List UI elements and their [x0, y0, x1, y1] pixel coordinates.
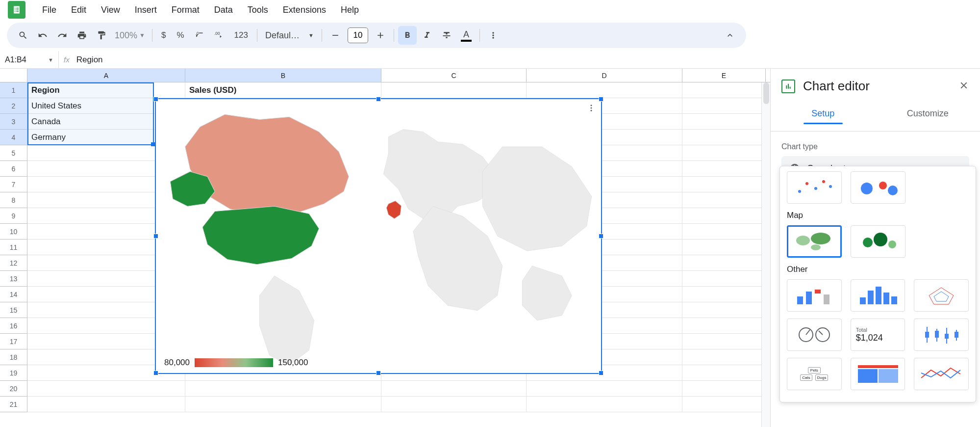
row-20-header[interactable]: 20 — [0, 381, 27, 397]
menu-file[interactable]: File — [35, 2, 63, 18]
cell-E14[interactable] — [682, 287, 766, 302]
row-8-header[interactable]: 8 — [0, 192, 27, 208]
increase-fontsize-button[interactable] — [371, 26, 390, 45]
chart-thumb-gauge[interactable] — [787, 319, 842, 351]
chart-thumb-candlestick[interactable] — [914, 319, 969, 351]
row-14-header[interactable]: 14 — [0, 287, 27, 302]
font-family-select[interactable]: Defaul…▼ — [261, 30, 318, 41]
cell-E13[interactable] — [682, 271, 766, 287]
chart-thumb-scorecard[interactable]: Total$1,024 — [851, 319, 905, 351]
cell-C20[interactable] — [381, 381, 527, 397]
bold-button[interactable] — [398, 26, 417, 45]
cell-A1[interactable]: Region — [27, 82, 185, 98]
sheets-app-icon[interactable] — [8, 1, 25, 19]
cell-E20[interactable] — [682, 381, 766, 397]
menu-data[interactable]: Data — [207, 2, 240, 18]
chart-thumb-sparkline[interactable] — [914, 358, 969, 390]
cell-D1[interactable] — [527, 82, 682, 98]
menu-insert[interactable]: Insert — [128, 2, 164, 18]
decrease-decimal-button[interactable]: .0 — [190, 26, 209, 45]
row-1-header[interactable]: 1 — [0, 82, 27, 98]
chart-thumb-orgchart[interactable]: PetsCatsDogs — [787, 358, 842, 390]
cell-E8[interactable] — [682, 192, 766, 208]
cell-E4[interactable] — [682, 130, 766, 145]
number-format-button[interactable]: 123 — [229, 26, 253, 45]
cell-E2[interactable] — [682, 98, 766, 114]
cell-E6[interactable] — [682, 161, 766, 177]
row-16-header[interactable]: 16 — [0, 318, 27, 334]
cell-E11[interactable] — [682, 240, 766, 255]
formula-input[interactable]: Region — [75, 55, 103, 65]
row-2-header[interactable]: 2 — [0, 98, 27, 114]
cell-C1[interactable] — [381, 82, 527, 98]
cell-A20[interactable] — [27, 381, 185, 397]
fontsize-input[interactable] — [348, 27, 368, 43]
menu-format[interactable]: Format — [165, 2, 206, 18]
col-D[interactable]: D — [527, 69, 682, 82]
row-15-header[interactable]: 15 — [0, 302, 27, 318]
row-7-header[interactable]: 7 — [0, 177, 27, 192]
row-11-header[interactable]: 11 — [0, 240, 27, 255]
text-color-button[interactable]: A — [457, 26, 476, 45]
menu-edit[interactable]: Edit — [64, 2, 93, 18]
spreadsheet-area[interactable]: A B C D E 1 Region Sales (USD) 2 United … — [0, 69, 770, 427]
row-6-header[interactable]: 6 — [0, 161, 27, 177]
tab-customize[interactable]: Customize — [876, 102, 980, 131]
chart-menu-button[interactable] — [587, 104, 596, 114]
row-12-header[interactable]: 12 — [0, 255, 27, 271]
cell-E21[interactable] — [682, 397, 766, 412]
chart-thumb-bubble[interactable] — [851, 171, 905, 204]
col-E[interactable]: E — [682, 69, 766, 82]
col-A[interactable]: A — [27, 69, 185, 82]
undo-button[interactable] — [33, 26, 52, 45]
geo-chart-object[interactable]: 80,000 150,000 — [155, 98, 602, 374]
zoom-select[interactable]: 100%▼ — [112, 30, 148, 41]
cell-E18[interactable] — [682, 349, 766, 365]
chart-thumb-geo[interactable] — [787, 225, 842, 258]
search-icon[interactable] — [14, 26, 32, 45]
currency-button[interactable]: $ — [156, 26, 171, 45]
row-3-header[interactable]: 3 — [0, 114, 27, 130]
redo-button[interactable] — [53, 26, 72, 45]
col-B[interactable]: B — [185, 69, 381, 82]
cell-E12[interactable] — [682, 255, 766, 271]
italic-button[interactable] — [418, 26, 436, 45]
row-5-header[interactable]: 5 — [0, 145, 27, 161]
menu-view[interactable]: View — [94, 2, 127, 18]
cell-E16[interactable] — [682, 318, 766, 334]
percent-button[interactable]: % — [172, 26, 189, 45]
row-18-header[interactable]: 18 — [0, 349, 27, 365]
cell-A21[interactable] — [27, 397, 185, 412]
paint-format-button[interactable] — [92, 26, 111, 45]
cell-B21[interactable] — [185, 397, 381, 412]
cell-D20[interactable] — [527, 381, 682, 397]
row-13-header[interactable]: 13 — [0, 271, 27, 287]
cell-E19[interactable] — [682, 365, 766, 381]
cell-B20[interactable] — [185, 381, 381, 397]
chart-thumb-histogram[interactable] — [851, 279, 905, 312]
row-10-header[interactable]: 10 — [0, 224, 27, 240]
decrease-fontsize-button[interactable] — [326, 26, 345, 45]
name-box[interactable]: A1:B4 ▼ — [0, 51, 59, 68]
chart-thumb-geo-markers[interactable] — [851, 225, 905, 258]
cell-C21[interactable] — [381, 397, 527, 412]
row-21-header[interactable]: 21 — [0, 397, 27, 412]
chart-thumb-radar[interactable] — [914, 279, 969, 312]
cell-E3[interactable] — [682, 114, 766, 130]
row-9-header[interactable]: 9 — [0, 208, 27, 224]
row-19-header[interactable]: 19 — [0, 365, 27, 381]
chart-thumb-treemap[interactable] — [851, 358, 905, 390]
row-17-header[interactable]: 17 — [0, 334, 27, 349]
cell-D21[interactable] — [527, 397, 682, 412]
row-4-header[interactable]: 4 — [0, 130, 27, 145]
cell-E5[interactable] — [682, 145, 766, 161]
cell-E7[interactable] — [682, 177, 766, 192]
increase-decimal-button[interactable]: .00 — [210, 26, 228, 45]
more-toolbar-button[interactable] — [484, 26, 503, 45]
menu-help[interactable]: Help — [334, 2, 366, 18]
vertical-scrollbar[interactable] — [761, 82, 770, 427]
cell-E17[interactable] — [682, 334, 766, 349]
cell-E15[interactable] — [682, 302, 766, 318]
cell-E10[interactable] — [682, 224, 766, 240]
menu-extensions[interactable]: Extensions — [276, 2, 333, 18]
